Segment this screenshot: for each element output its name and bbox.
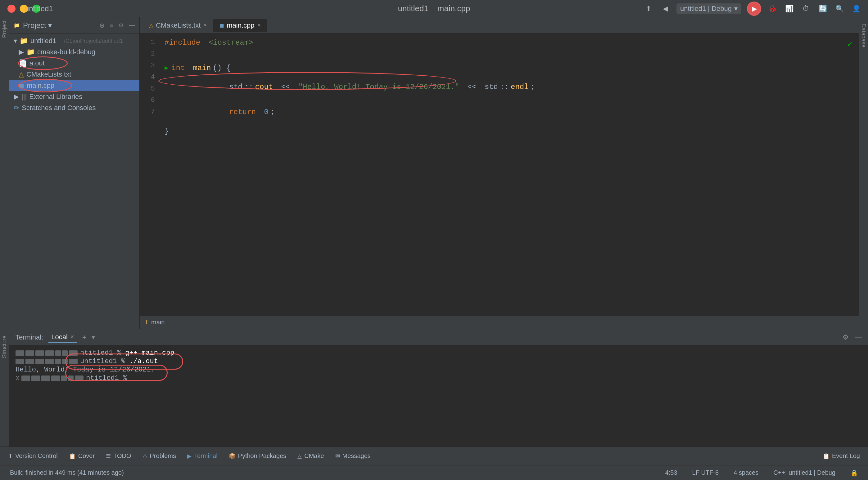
maincpp-name: main.cpp [27,81,54,90]
problems-label: Problems [150,452,176,459]
code-line-3: ▶int main() { [164,62,852,75]
code-line-4: std::cout << "Hello, World! Today is 12/… [164,74,852,100]
term-line-2: untitled1 % ./a.out [16,357,862,365]
terminal-tab-local[interactable]: Local ✕ [48,332,77,343]
todo-btn[interactable]: ☰ TODO [101,450,136,461]
right-strip: Database [859,18,868,329]
coverage-icon[interactable]: 📊 [783,3,795,14]
event-log-btn[interactable]: 📋 Event Log [818,450,865,461]
new-terminal-btn[interactable]: + [82,333,87,342]
tree-item-cmakelists[interactable]: △ CMakeLists.txt [9,69,140,80]
project-dropdown-icon[interactable]: ▾ [48,21,52,30]
root-name: untitled1 [30,37,56,45]
locate-icon[interactable]: ⊕ [99,22,104,29]
tab-maincpp[interactable]: ◼ main.cpp ✕ [213,19,267,32]
cmake-btn[interactable]: △ CMake [292,450,329,461]
maincpp-tab-close[interactable]: ✕ [257,22,261,28]
tree-item-aout[interactable]: 📄 a.out [9,58,140,69]
breadcrumb-fn-name: main [151,319,164,326]
build-status: Build finished in 449 ms (41 minutes ago… [6,469,128,476]
term-line-1: ntitled1 % g++ main.cpp [16,349,862,357]
local-tab-close[interactable]: ✕ [70,334,74,340]
tree-item-ext-libs[interactable]: ▶ ||| External Libraries [9,91,140,102]
debug-icon[interactable]: 🐞 [767,3,778,14]
cmakelists-name: CMakeLists.txt [26,70,71,78]
root-path: ~/CLionProjects/untitled1 [61,38,123,44]
database-tab-label[interactable]: Database [860,24,867,47]
code-content[interactable]: ✓ #include <iostream> ▶int main() { std:… [158,33,859,316]
cpp-tab-icon: ◼ [219,22,224,29]
language-status: C++: untitled1 | Debug [770,469,839,476]
run-config-button[interactable]: untitled1 | Debug ▾ [677,3,741,14]
problems-btn[interactable]: ⚠ Problems [137,450,181,461]
code-line-1: #include <iostream> [164,37,852,49]
cmake-file-icon: △ [19,70,24,78]
back-icon[interactable]: ◀ [660,3,671,14]
code-line-6: } [164,125,852,138]
python-packages-label: Python Packages [238,452,286,459]
term-output: Hello, World! Today is 12/26/2021. [16,366,155,374]
settings-icon[interactable]: ⚙ [118,22,124,29]
structure-tab-label[interactable]: Structure [1,336,8,358]
term-prompt-1: ntitled1 % [80,349,125,357]
aout-name: a.out [30,59,45,67]
cpp-file-icon: ◼ [19,81,24,90]
tree-item-cmake-build[interactable]: ▶ 📁 cmake-build-debug [9,46,140,58]
event-log-icon: 📋 [823,453,830,459]
tab-cmakelists[interactable]: △ CMakeLists.txt ✕ [143,19,213,32]
git-icon[interactable]: ⬆ [643,3,654,14]
version-control-label: Version Control [15,452,58,459]
cmake-build-name: cmake-build-debug [37,48,95,56]
window-title: untitled1 – main.cpp [398,4,470,13]
cover-icon: 📋 [69,453,76,459]
terminal-dropdown-icon[interactable]: ▾ [92,333,95,341]
structure-strip: Structure [0,329,9,465]
collapse-icon[interactable]: ≡ [110,22,113,29]
checkmark-icon: ✓ [847,37,852,52]
cover-btn[interactable]: 📋 Cover [64,450,100,461]
messages-icon: ✉ [335,453,340,459]
terminal-btn[interactable]: ▶ Terminal [182,450,223,461]
local-tab-label: Local [51,333,68,341]
cmakelists-tab-close[interactable]: ✕ [203,22,207,28]
version-control-btn[interactable]: ⬆ Version Control [3,450,63,461]
aout-file-icon: 📄 [19,59,27,67]
term-cmd-1: g++ main.cpp [125,349,174,357]
scratches-icon: ✏ [14,104,19,112]
profile-icon[interactable]: ⏱ [800,3,811,14]
cmake-label: CMake [304,452,324,459]
run-button[interactable] [747,2,761,16]
lock-icon[interactable]: 🔒 [846,469,862,477]
maincpp-tab-label: main.cpp [227,22,254,30]
terminal-header: Terminal: Local ✕ + ▾ ⚙ — [9,329,868,345]
project-header: 📁 Project ▾ ⊕ ≡ ⚙ — [9,18,140,33]
messages-btn[interactable]: ✉ Messages [330,450,376,461]
line-numbers: 1 2 3 4 5 6 7 [140,33,158,316]
term-blocks-2 [16,359,78,364]
editor-area: △ CMakeLists.txt ✕ ◼ main.cpp ✕ 1 2 3 4 … [140,18,859,329]
terminal-minimize-icon[interactable]: — [855,333,862,341]
python-packages-btn[interactable]: 📦 Python Packages [224,450,291,461]
term-line-3: Hello, World! Today is 12/26/2021. [16,366,862,374]
user-icon[interactable]: 👤 [850,3,862,14]
toolbar-right: ⬆ ◀ untitled1 | Debug ▾ 🐞 📊 ⏱ 🔄 🔍 👤 [643,2,862,16]
close-btn[interactable] [7,5,16,13]
cmake-icon: △ [298,453,302,459]
cmake-refresh-icon[interactable]: 🔄 [817,3,828,14]
code-line-7 [164,138,852,150]
bottom-panel: Structure Terminal: Local ✕ + ▾ ⚙ — [0,329,868,465]
search-icon[interactable]: 🔍 [834,3,845,14]
project-tab-label[interactable]: Project [1,21,8,38]
hide-icon[interactable]: — [129,22,135,29]
terminal-settings-icon[interactable]: ⚙ [842,333,849,341]
status-bar-right: 4:53 LF UTF-8 4 spaces C++: untitled1 | … [661,469,862,477]
project-panel: 📁 Project ▾ ⊕ ≡ ⚙ — ▾ 📁 untitled1 ~/CLio… [9,18,140,329]
tree-item-root[interactable]: ▾ 📁 untitled1 ~/CLionProjects/untitled1 [9,35,140,46]
tree-item-scratches[interactable]: ✏ Scratches and Consoles [9,102,140,113]
python-packages-icon: 📦 [229,453,236,459]
term-prompt-2: untitled1 % [80,357,129,365]
ext-libs-icon: ||| [22,93,27,101]
status-bar: Build finished in 449 ms (41 minutes ago… [0,465,868,480]
tree-item-maincpp[interactable]: ◼ main.cpp [9,80,140,91]
cmake-build-folder-icon: 📁 [26,48,35,56]
